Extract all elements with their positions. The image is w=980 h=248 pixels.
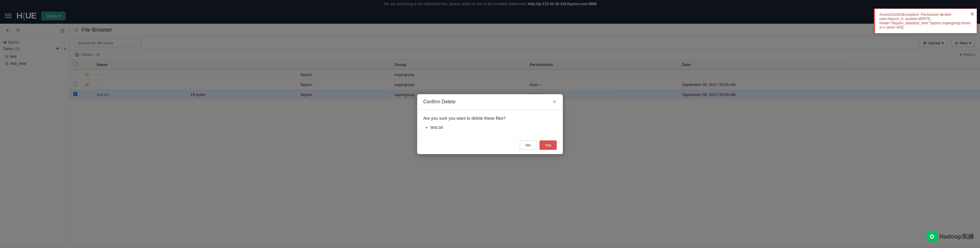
error-toast-close-button[interactable]: ✕ bbox=[970, 11, 974, 17]
modal-file-list: test.txt bbox=[423, 125, 557, 130]
modal-question: Are you sure you want to delete these fi… bbox=[423, 116, 557, 121]
modal-close-button[interactable]: ✕ bbox=[552, 99, 557, 104]
confirm-delete-modal: Confirm Delete ✕ Are you sure you want t… bbox=[417, 94, 563, 154]
yes-button[interactable]: Yes bbox=[539, 141, 557, 150]
error-message: AccessControlException: Permission denie… bbox=[879, 13, 972, 29]
modal-body: Are you sure you want to delete these fi… bbox=[417, 110, 563, 136]
error-toast: ✕ AccessControlException: Permission den… bbox=[874, 8, 977, 34]
no-button[interactable]: No bbox=[520, 141, 536, 150]
modal-title: Confirm Delete bbox=[423, 99, 456, 104]
modal-file-item: test.txt bbox=[431, 125, 557, 130]
modal-footer: No Yes bbox=[417, 136, 563, 154]
modal-overlay: Confirm Delete ✕ Are you sure you want t… bbox=[0, 0, 980, 247]
modal-header: Confirm Delete ✕ bbox=[417, 94, 563, 110]
